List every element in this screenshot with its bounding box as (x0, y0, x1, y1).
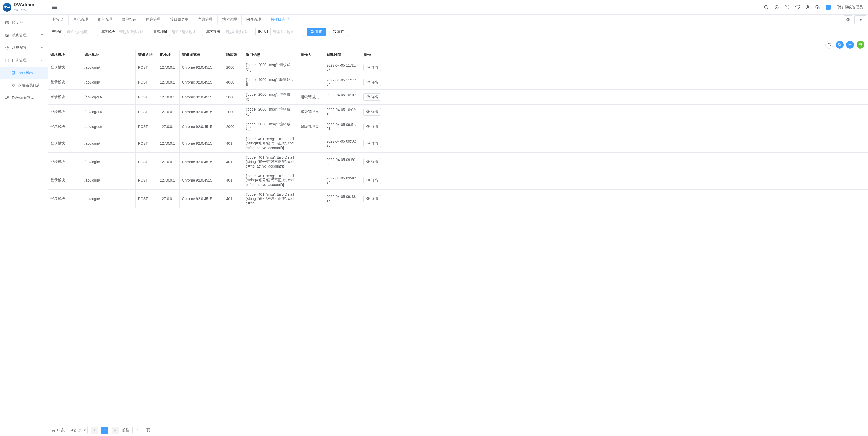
table-row: 登录模块/api/login/POST127.0.0.1Chrome 92.0.… (48, 190, 868, 208)
detail-button[interactable]: 详情 (364, 123, 381, 130)
search-input-keyword[interactable] (64, 28, 98, 36)
tab[interactable]: 角色管理 (69, 14, 93, 25)
pager-prev[interactable] (91, 427, 98, 434)
svg-point-3 (12, 85, 14, 86)
font-size-icon[interactable]: A (806, 4, 810, 10)
tab[interactable]: 菜单管理 (93, 14, 117, 25)
tab-label: 菜单管理 (98, 17, 112, 22)
cell-ip: 127.0.0.1 (157, 134, 179, 153)
nav-label: DVAdmin官网 (12, 95, 34, 100)
eye-icon (366, 197, 370, 201)
tabs-close-button[interactable] (843, 15, 852, 24)
refresh-icon[interactable] (825, 41, 833, 49)
cell-module: 登录模块 (48, 153, 82, 171)
search-input-ip[interactable] (270, 28, 304, 36)
sidebar-item[interactable]: 控制台 (0, 17, 48, 29)
search-input-url[interactable] (169, 28, 203, 36)
reset-button[interactable]: 重置 (329, 28, 348, 36)
sidebar-subitem[interactable]: 前端错误日志 (0, 79, 48, 92)
cell-browser: Chrome 92.0.4515 (179, 153, 223, 171)
compact-icon[interactable] (846, 41, 854, 49)
table-row: 登录模块/api/login/POST127.0.0.1Chrome 92.0.… (48, 75, 868, 90)
sidebar-item[interactable]: 常规配置 (0, 42, 48, 54)
search-toggle-icon[interactable] (836, 41, 843, 49)
cell-module: 登录模块 (48, 90, 82, 104)
th-code: 响应码 (223, 50, 243, 60)
header: A 你好 超级管理员 (48, 0, 868, 14)
tab-label: 控制台 (53, 17, 64, 22)
detail-button[interactable]: 详情 (364, 140, 381, 147)
theme-color-icon[interactable] (826, 5, 831, 10)
table-container[interactable]: 请求模块 请求地址 请求方法 IP地址 请求浏览器 响应码 返回信息 操作人 创… (48, 50, 868, 424)
cell-operator (298, 60, 324, 75)
tab-label: 附件管理 (246, 17, 261, 22)
diamond-icon[interactable] (795, 5, 800, 10)
logo[interactable]: DVA DVAdmin 快速开发平台 (0, 0, 48, 14)
detail-button[interactable]: 详情 (364, 79, 381, 86)
tab[interactable]: 接口白名单 (165, 14, 193, 25)
cell-action: 详情 (361, 104, 868, 119)
pager-goto-label: 前往 (122, 428, 129, 433)
cell-ip: 127.0.0.1 (157, 171, 179, 190)
translate-icon[interactable] (815, 5, 820, 10)
cell-time: 2022-04-05 10:10:36 (324, 90, 361, 104)
detail-button[interactable]: 详情 (364, 108, 381, 116)
cell-browser: Chrome 92.0.4515 (179, 104, 223, 119)
sidebar-subitem[interactable]: 操作日志 (0, 67, 48, 79)
target-icon[interactable] (774, 5, 779, 10)
sidebar-item[interactable]: DVAdmin官网 (0, 92, 48, 104)
sidebar-item[interactable]: 日志管理 (0, 54, 48, 67)
nav-icon (5, 34, 9, 37)
greeting[interactable]: 你好 超级管理员 (836, 5, 863, 10)
table-row: 登录模块/api/login/POST127.0.0.1Chrome 92.0.… (48, 153, 868, 171)
pager-page-1[interactable]: 1 (101, 427, 108, 434)
search-label-ip: IP地址 (258, 29, 269, 34)
tab[interactable]: 附件管理 (242, 14, 266, 25)
tab[interactable]: 字典管理 (193, 14, 218, 25)
table-row: 登录模块/api/logout/POST127.0.0.1Chrome 92.0… (48, 90, 868, 104)
svg-point-20 (368, 126, 369, 127)
close-icon[interactable]: ✕ (288, 18, 290, 21)
page-size-select[interactable]: 20条/页 (68, 427, 88, 434)
search-icon[interactable] (764, 5, 769, 10)
eye-icon (366, 125, 370, 129)
cell-operator (298, 153, 324, 171)
tab[interactable]: 用户管理 (141, 14, 165, 25)
cell-msg: {'code': 401, 'msg': ErrorDetail(string=… (243, 171, 298, 190)
cell-method: POST (135, 90, 157, 104)
detail-button[interactable]: 详情 (364, 158, 381, 165)
nav-label: 常规配置 (12, 45, 27, 50)
cell-method: POST (135, 190, 157, 208)
menu-toggle-icon[interactable] (52, 5, 57, 10)
cell-url: /api/logout/ (82, 119, 135, 134)
search-input-module[interactable] (117, 28, 150, 36)
pager-next[interactable] (112, 427, 119, 434)
detail-button[interactable]: 详情 (364, 177, 381, 184)
tab[interactable]: 控制台 (48, 14, 69, 25)
cell-time: 2022-04-05 10:02:10 (324, 104, 361, 119)
search-input-method[interactable] (222, 28, 255, 36)
pager-goto-input[interactable] (132, 427, 143, 434)
tab[interactable]: 菜单按钮 (117, 14, 141, 25)
tab[interactable]: 操作日志✕ (266, 14, 295, 25)
tab[interactable]: 地区管理 (218, 14, 242, 25)
th-browser: 请求浏览器 (179, 50, 223, 60)
detail-button[interactable]: 详情 (364, 195, 381, 203)
detail-button[interactable]: 详情 (364, 93, 381, 101)
cell-browser: Chrome 92.0.4515 (179, 134, 223, 153)
table-row: 登录模块/api/login/POST127.0.0.1Chrome 92.0.… (48, 134, 868, 153)
sidebar-item[interactable]: 系统管理 (0, 29, 48, 42)
search-label-keyword: 关键词 (52, 29, 62, 34)
fullscreen-icon[interactable] (785, 5, 789, 10)
detail-button[interactable]: 详情 (364, 64, 381, 71)
cell-time: 2022-04-05 09:48:16 (324, 190, 361, 208)
search-button[interactable]: 查询 (307, 28, 326, 36)
tab-label: 接口白名单 (170, 17, 188, 22)
tabs-dropdown-button[interactable] (855, 15, 866, 24)
cell-code: 2000 (223, 60, 243, 75)
detail-label: 详情 (371, 178, 378, 183)
svg-point-16 (368, 67, 369, 68)
columns-icon[interactable] (857, 41, 864, 49)
cell-ip: 127.0.0.1 (157, 75, 179, 90)
detail-label: 详情 (371, 65, 378, 70)
